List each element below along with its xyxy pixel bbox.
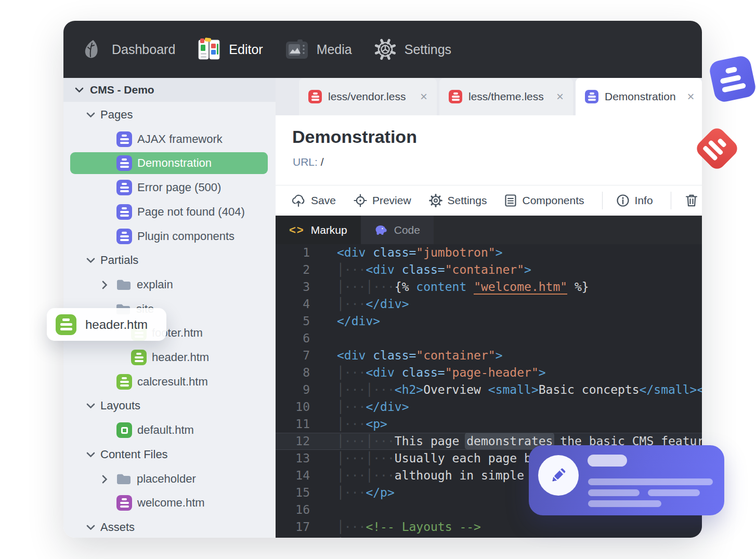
code-segment: %} — [567, 280, 589, 294]
settings-button[interactable]: Settings — [429, 194, 487, 207]
editor-toolbar: SavePreviewSettingsComponentsInfo — [276, 185, 702, 216]
code-segment: <div — [366, 366, 394, 379]
tree-item-header.htm[interactable]: header.htm — [131, 347, 209, 368]
tree-section-partials[interactable]: Partials — [86, 249, 138, 271]
tree-item-label: placeholder — [137, 472, 196, 486]
tree-item-plugin-components[interactable]: Plugin components — [116, 225, 234, 247]
page-title: Demonstration — [292, 127, 417, 147]
tree-item-explain[interactable]: explain — [102, 274, 173, 296]
toolbar-divider — [671, 192, 671, 209]
document-tab-demonstration[interactable]: Demonstration× — [576, 78, 702, 115]
preview-button[interactable]: Preview — [354, 194, 411, 207]
tree-item-label: Layouts — [100, 399, 140, 412]
less-file-icon — [449, 90, 462, 103]
info-button[interactable]: Info — [616, 194, 653, 207]
tree-item-label: explain — [137, 278, 173, 291]
components-button[interactable]: Components — [504, 194, 584, 207]
tree-section-pages[interactable]: Pages — [86, 104, 133, 126]
code-brackets-icon: <> — [289, 223, 305, 237]
line-number: 11 — [276, 416, 318, 433]
folder-icon — [116, 473, 132, 485]
tree-item-default.htm[interactable]: default.htm — [116, 419, 194, 441]
toolbar-button-label: Save — [311, 194, 336, 207]
partial-icon — [131, 350, 147, 365]
code-line-8[interactable]: 8│···<div class="page-header"> — [276, 364, 702, 381]
tree-item-label: welcome.htm — [137, 496, 205, 510]
tree-item-ajax-framework[interactable]: AJAX framework — [116, 128, 223, 150]
tree-section-layouts[interactable]: Layouts — [86, 395, 140, 417]
code-segment: </h2> — [445, 537, 481, 538]
tab-bar: less/vendor.less×less/theme.less×Demonst… — [276, 78, 702, 115]
url-label: URL: — [293, 156, 318, 168]
nav-item-media[interactable]: Media — [285, 39, 352, 60]
code-line-17[interactable]: 17│···<!-- Layouts --> — [276, 518, 702, 536]
code-line-11[interactable]: 11│···<p> — [276, 416, 702, 433]
line-number: 15 — [276, 484, 318, 501]
nav-item-settings[interactable]: Settings — [374, 38, 451, 61]
document-tab-less-vendor.less[interactable]: less/vendor.less× — [299, 78, 437, 115]
sidebar-header-cms-demo[interactable]: CMS - Demo — [63, 78, 276, 102]
code-line-2[interactable]: 2│···<div class="container"> — [276, 261, 702, 278]
editor-tab-markup[interactable]: <>Markup — [276, 216, 361, 244]
chevron-down-icon — [86, 403, 95, 409]
drag-ghost-card[interactable]: header.htm — [47, 308, 166, 341]
code-segment: │··· — [337, 537, 366, 538]
nav-item-dashboard[interactable]: Dashboard — [81, 38, 175, 61]
nav-item-editor[interactable]: Editor — [197, 37, 263, 61]
tree-item-label: default.htm — [137, 423, 194, 437]
code-segment: > — [496, 246, 503, 259]
chevron-right-icon — [102, 281, 108, 289]
tab-close-icon[interactable]: × — [415, 90, 427, 103]
line-number: 1 — [276, 244, 318, 261]
line-number: 16 — [276, 501, 318, 518]
tree-item-error-page-500-[interactable]: Error page (500) — [116, 177, 221, 198]
code-segment: > — [496, 349, 503, 362]
page-icon — [116, 155, 132, 171]
code-line-5[interactable]: 5</div> — [276, 313, 702, 330]
code-segment: > — [524, 263, 531, 276]
code-line-6[interactable]: 6 — [276, 330, 702, 347]
tree-section-assets[interactable]: Assets — [86, 516, 135, 538]
code-segment: │···│··· — [337, 280, 395, 294]
skeleton-line — [588, 500, 661, 507]
code-segment: Overview — [423, 383, 488, 396]
tree-item-label: Demonstration — [137, 156, 212, 170]
content-icon — [116, 495, 132, 511]
layout-icon — [116, 422, 132, 438]
delete-button[interactable] — [685, 193, 698, 208]
save-button[interactable]: Save — [291, 194, 336, 207]
document-tab-less-theme.less[interactable]: less/theme.less× — [439, 78, 573, 115]
editor-tab-strip: <>MarkupCode — [276, 216, 702, 244]
top-navigation: DashboardEditorMediaSettings — [63, 21, 702, 78]
tree-item-label: Pages — [100, 108, 133, 122]
tree-item-demonstration[interactable]: Demonstration — [116, 152, 212, 174]
code-segment: │···│··· — [337, 451, 395, 465]
tab-close-icon[interactable]: × — [551, 90, 564, 103]
editor-tab-code[interactable]: Code — [361, 216, 434, 244]
code-line-9[interactable]: 9│···│···<h2>Overview <small>Basic conce… — [276, 381, 702, 398]
partial-icon — [56, 314, 76, 335]
tab-close-icon[interactable]: × — [682, 90, 695, 103]
tree-item-placeholder[interactable]: placeholder — [102, 468, 196, 490]
code-segment: │···│··· — [337, 383, 395, 396]
tree-item-calcresult.htm[interactable]: calcresult.htm — [116, 371, 208, 393]
code-line-3[interactable]: 3│···│···{% content "welcome.htm" %} — [276, 278, 702, 296]
tree-item-page-not-found-404-[interactable]: Page not found (404) — [116, 201, 245, 223]
code-segment: > — [539, 366, 546, 379]
tree-section-content-files[interactable]: Content Files — [86, 444, 168, 465]
code-line-18[interactable]: 18│···<h2>Layouts</h2> — [276, 536, 702, 538]
page-icon — [116, 180, 132, 195]
code-segment: {% — [395, 280, 416, 294]
nav-item-label: Dashboard — [112, 42, 175, 57]
code-segment: </small></h2> — [640, 383, 702, 396]
code-line-10[interactable]: 10│···</div> — [276, 398, 702, 416]
tree-item-label: Content Files — [100, 448, 168, 461]
toolbar-button-label: Preview — [372, 194, 411, 207]
code-segment: │··· — [337, 400, 366, 414]
line-number: 2 — [276, 261, 318, 278]
code-line-4[interactable]: 4│···</div> — [276, 296, 702, 313]
code-line-1[interactable]: 1<div class="jumbotron"> — [276, 244, 702, 261]
code-segment: Basic concepts — [539, 383, 640, 396]
code-line-7[interactable]: 7<div class="container"> — [276, 347, 702, 364]
tree-item-welcome.htm[interactable]: welcome.htm — [116, 492, 205, 514]
